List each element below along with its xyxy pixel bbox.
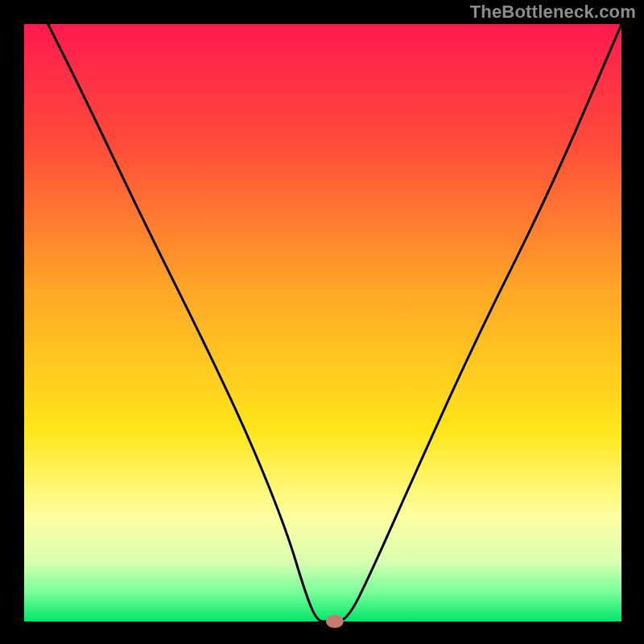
watermark-text: TheBottleneck.com: [470, 2, 636, 23]
chart-frame: TheBottleneck.com: [0, 0, 644, 644]
minimum-marker: [326, 615, 344, 628]
plot-background: [24, 24, 621, 621]
bottleneck-chart: [0, 0, 644, 644]
